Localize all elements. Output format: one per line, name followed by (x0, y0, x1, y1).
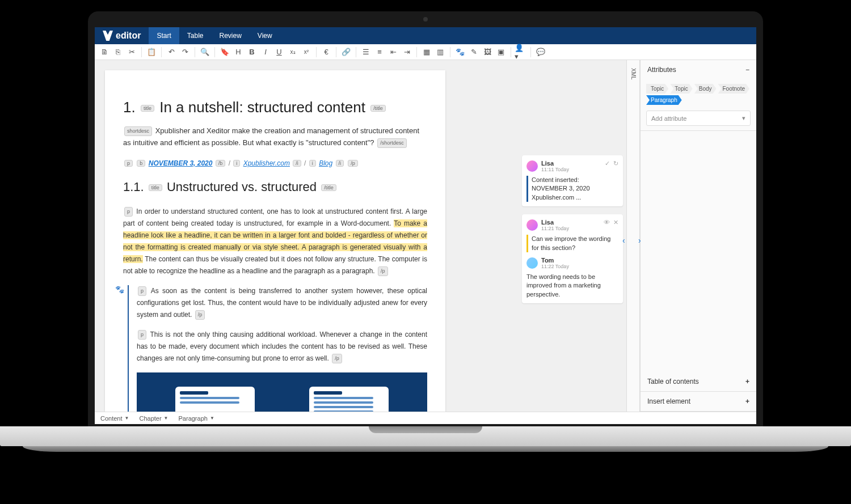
embedded-image: Xeditor (137, 372, 427, 412)
toolbar: 🗎⎘✂📋↶↷🔍🔖HBIUx₂x²€🔗☰≡⇤⇥▦▥🐾✎🖼▣👤▾💬 (95, 44, 756, 60)
document-scroll[interactable]: 1. title In a nutshell: structured conte… (95, 60, 519, 412)
meta-blog-link[interactable]: Blog (319, 159, 332, 167)
cut-icon[interactable]: ✂ (125, 46, 138, 58)
menu-view[interactable]: View (250, 27, 280, 44)
menubar: editor StartTableReviewView (95, 27, 756, 44)
collapse-right-icon[interactable]: › (638, 236, 641, 245)
underline-icon[interactable]: U (273, 46, 285, 58)
comment-time: 11:21 Today (541, 226, 569, 231)
breadcrumb-item[interactable]: Body (694, 84, 717, 94)
minus-icon: − (745, 66, 749, 74)
comment-card[interactable]: Lisa11:21 Today👁✕Can we improve the word… (522, 214, 623, 303)
reload-icon[interactable]: ↻ (613, 160, 618, 167)
short-description: shortdesc Xpublisher and Xeditor make th… (123, 125, 427, 149)
heading-2: 1.1. title Unstructured vs. structured /… (123, 180, 427, 194)
camera-dot (423, 17, 428, 22)
track-changes-block: 🐾 p As soon as the content is being tran… (128, 285, 427, 412)
menu-table[interactable]: Table (179, 27, 212, 44)
panel-header-insert-element[interactable]: Insert element+ (641, 392, 756, 411)
breadcrumb: TopicTopicBodyFootnoteParagraph (646, 84, 751, 105)
panel-header-table-of-contents[interactable]: Table of contents+ (641, 372, 756, 391)
outdent-icon[interactable]: ⇥ (401, 46, 413, 58)
euro-icon[interactable]: € (320, 46, 332, 58)
table-edit-icon[interactable]: ▥ (434, 46, 446, 58)
undo-icon[interactable]: ↶ (165, 46, 178, 58)
document: 1. title In a nutshell: structured conte… (105, 70, 445, 412)
eye-icon[interactable]: 👁 (604, 219, 610, 226)
statusbar-chapter[interactable]: Chapter ▼ (139, 415, 168, 422)
superscript-icon[interactable]: x² (300, 46, 313, 58)
list-bullet-icon[interactable]: ☰ (360, 46, 372, 58)
breadcrumb-item[interactable]: Footnote (718, 84, 749, 94)
copy-icon[interactable]: ⎘ (112, 46, 124, 58)
meta-date-link[interactable]: NOVEMBER 3, 2020 (149, 159, 213, 167)
table-insert-icon[interactable]: ▦ (420, 46, 433, 58)
app-name: editor (116, 31, 141, 41)
menu-review[interactable]: Review (211, 27, 249, 44)
heading-icon[interactable]: H (232, 46, 245, 58)
breadcrumb-item[interactable]: Topic (670, 84, 692, 94)
app-logo: editor (95, 31, 149, 41)
xml-strip[interactable]: XML ‹ › (626, 60, 640, 412)
attributes-panel-header[interactable]: Attributes − (641, 60, 756, 79)
list-number-icon[interactable]: ≡ (373, 46, 386, 58)
redo-icon[interactable]: ↷ (179, 46, 191, 58)
tag-shortdesc-close: /shortdesc (377, 138, 407, 147)
heading-1: 1. title In a nutshell: structured conte… (123, 99, 427, 116)
paragraph-2: p As soon as the content is being transf… (137, 285, 427, 321)
link-icon[interactable]: 🔗 (340, 46, 352, 58)
file-icon[interactable]: 🗎 (98, 46, 111, 58)
user-icon[interactable]: 👤▾ (515, 46, 527, 58)
statusbar-content[interactable]: Content ▼ (100, 415, 129, 422)
statusbar-paragraph[interactable]: Paragraph ▼ (179, 415, 214, 422)
image-card-left: Xeditor (175, 387, 255, 412)
comments-panel: Lisa11:11 Today✓↻Content inserted:NOVEMB… (519, 60, 626, 412)
chevron-down-icon: ▼ (125, 416, 129, 421)
add-attribute-dropdown[interactable]: Add attribute ▾ (646, 111, 751, 126)
logo-mark-icon (103, 31, 113, 41)
media-icon[interactable]: ▣ (495, 46, 507, 58)
italic-icon[interactable]: I (259, 46, 272, 58)
indent-icon[interactable]: ⇤ (387, 46, 399, 58)
image-card-right (309, 387, 389, 412)
avatar (526, 257, 538, 269)
comment-body: Can we improve the wording for this sect… (526, 235, 618, 252)
comment-author: Lisa (541, 219, 569, 226)
menu-start[interactable]: Start (149, 27, 179, 44)
bookmark-icon[interactable]: 🔖 (218, 46, 231, 58)
image-icon[interactable]: 🖼 (481, 46, 494, 58)
comment-card[interactable]: Lisa11:11 Today✓↻Content inserted:NOVEMB… (522, 155, 623, 206)
tag-title-close: /title (370, 105, 386, 112)
meta-line: p b NOVEMBER 3, 2020 /b / i Xpublisher.c… (123, 159, 427, 167)
bold-icon[interactable]: B (246, 46, 258, 58)
reply-author: Tom (541, 257, 569, 264)
xml-label: XML (630, 68, 637, 80)
tag-title-open: title (141, 105, 154, 112)
subscript-icon[interactable]: x₂ (287, 46, 299, 58)
comment-body: Content inserted:NOVEMBER 3, 2020Xpublis… (526, 176, 618, 202)
comment-icon[interactable]: 💬 (534, 46, 547, 58)
search-icon[interactable]: 🔍 (199, 46, 211, 58)
paw-icon: 🐾 (115, 285, 124, 294)
reply-body: The wording needs to be improved from a … (526, 273, 618, 299)
collapse-left-icon[interactable]: ‹ (622, 236, 625, 245)
plus-icon: + (745, 397, 749, 405)
statusbar: Content ▼Chapter ▼Paragraph ▼ (95, 412, 756, 424)
chevron-down-icon: ▼ (210, 416, 214, 421)
comment-author: Lisa (541, 160, 569, 167)
comment-time: 11:11 Today (541, 167, 569, 172)
chevron-down-icon: ▾ (742, 115, 745, 122)
breadcrumb-item[interactable]: Paragraph (646, 95, 682, 105)
paragraph-1: p In order to understand structured cont… (123, 206, 427, 277)
breadcrumb-item[interactable]: Topic (646, 84, 668, 94)
close-icon[interactable]: ✕ (613, 219, 618, 226)
paste-icon[interactable]: 📋 (145, 46, 158, 58)
right-panel: Attributes − TopicTopicBodyFootnoteParag… (640, 60, 756, 412)
paw-icon[interactable]: 🐾 (454, 46, 466, 58)
pencil-icon[interactable]: ✎ (467, 46, 480, 58)
chevron-down-icon: ▼ (164, 416, 168, 421)
check-icon[interactable]: ✓ (605, 160, 610, 167)
avatar (526, 160, 538, 172)
tag-shortdesc-open: shortdesc (124, 126, 152, 135)
meta-site-link[interactable]: Xpublisher.com (243, 159, 290, 167)
